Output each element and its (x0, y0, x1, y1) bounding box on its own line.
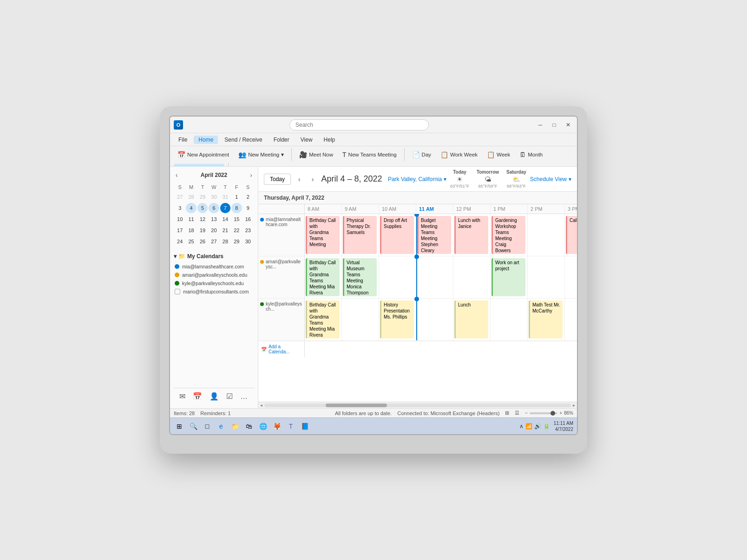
mini-cal-day[interactable]: 12 (197, 214, 208, 224)
view-selector[interactable]: Schedule View ▾ (530, 176, 571, 182)
calendar-checkbox[interactable] (175, 289, 180, 294)
time-cell[interactable] (528, 214, 565, 256)
meet-now-button[interactable]: 🎥 Meet Now (295, 149, 337, 160)
mini-cal-day[interactable]: 17 (175, 225, 185, 235)
edge-icon[interactable]: e (216, 421, 227, 432)
next-period-button[interactable]: › (308, 174, 318, 185)
event-block[interactable]: Lunch (454, 300, 488, 339)
chrome-icon[interactable]: 🌐 (257, 421, 269, 432)
time-cell[interactable] (565, 299, 577, 340)
mail-nav-button[interactable]: ✉ (177, 390, 187, 403)
time-cell[interactable]: Work on art project (491, 256, 528, 298)
mini-cal-day[interactable]: 26 (197, 236, 208, 247)
calendar-item[interactable]: kyle@parkvalleyschools.edu (174, 279, 254, 287)
menu-folder[interactable]: Folder (269, 136, 294, 144)
menu-home[interactable]: Home (194, 136, 218, 144)
mini-cal-day[interactable]: 29 (197, 192, 208, 202)
tasks-nav-button[interactable]: ☑ (224, 390, 235, 403)
prev-period-button[interactable]: ‹ (295, 174, 304, 185)
time-cell[interactable] (528, 256, 565, 298)
explorer-icon[interactable]: 📁 (229, 421, 241, 432)
calendar-item[interactable]: mario@firstupconsultants.com (174, 287, 254, 296)
event-block[interactable]: Gardening Workshop Teams Meeting Craig B… (491, 216, 525, 254)
mini-cal-day[interactable]: 9 (243, 203, 253, 213)
calendars-section-header[interactable]: ▾ 📁 My Calendars (174, 253, 254, 260)
mini-cal-day[interactable]: 23 (243, 225, 253, 235)
outlook-taskbar-icon[interactable]: 📘 (299, 421, 310, 432)
time-cell[interactable] (416, 256, 453, 298)
mini-cal-day[interactable]: 3 (175, 203, 185, 213)
teams-taskbar-icon[interactable]: T (285, 421, 296, 432)
time-cell[interactable]: Birthday Call with Grandma Teams Meeting (305, 214, 342, 256)
event-block[interactable]: Call Ame (566, 216, 577, 254)
time-cell[interactable]: Drop off Art Supplies (379, 214, 416, 256)
mini-cal-day[interactable]: 30 (243, 236, 253, 247)
month-button[interactable]: 🗓 Month (516, 149, 546, 160)
menu-view[interactable]: View (296, 136, 317, 144)
windows-start-button[interactable]: ⊞ (174, 421, 185, 432)
menu-file[interactable]: File (174, 136, 192, 144)
mini-cal-day[interactable]: 6 (209, 203, 219, 213)
time-cell[interactable] (379, 256, 416, 298)
mini-cal-day[interactable]: 30 (209, 192, 219, 202)
calendar-item[interactable]: amari@parkvalleyschools.edu (174, 271, 254, 279)
time-cell[interactable]: Budget Meeting Teams Meeting Stephen Cle… (416, 214, 453, 256)
mini-cal-day[interactable]: 25 (186, 236, 196, 247)
scroll-bar[interactable] (264, 404, 571, 407)
time-cell[interactable] (453, 256, 491, 298)
mini-cal-day[interactable]: 16 (243, 214, 253, 224)
task-view-button[interactable]: □ (202, 421, 213, 432)
mini-cal-next-button[interactable]: › (248, 170, 254, 180)
mini-cal-day[interactable]: 11 (186, 214, 196, 224)
scroll-right-arrow[interactable]: ▸ (573, 403, 575, 408)
time-cell[interactable]: History Presentation Ms. Phillips (379, 299, 416, 340)
more-nav-button[interactable]: … (238, 391, 249, 403)
time-cell[interactable]: Birthday Call with Grandma Teams Meeting… (305, 256, 342, 298)
mini-cal-day[interactable]: 28 (220, 236, 230, 247)
mini-cal-day[interactable]: 31 (220, 192, 230, 202)
time-cell[interactable] (342, 299, 379, 340)
work-week-button[interactable]: 📋 Work Week (437, 149, 481, 160)
mini-cal-day[interactable]: 8 (231, 203, 242, 213)
mini-cal-day[interactable]: 18 (186, 225, 196, 235)
time-cell[interactable]: Lunch with Janice (453, 214, 491, 256)
new-appointment-button[interactable]: 📅 New Appointment (174, 149, 233, 160)
mini-cal-day[interactable]: 2 (243, 192, 253, 202)
menu-help[interactable]: Help (319, 136, 340, 144)
event-block[interactable]: History Presentation Ms. Phillips (380, 300, 414, 339)
time-cell[interactable] (416, 299, 453, 340)
event-block[interactable]: Drop off Art Supplies (380, 216, 414, 254)
event-block[interactable]: Budget Meeting Teams Meeting Stephen Cle… (417, 216, 451, 254)
mini-cal-day[interactable]: 24 (175, 236, 185, 247)
mini-cal-day[interactable]: 27 (209, 236, 219, 247)
time-cell[interactable]: Math Test Mr. McCarthy (528, 299, 565, 340)
grid-icon-1[interactable]: ⊞ (505, 410, 509, 416)
calendar-item[interactable]: mia@lamnashealthcare.com (174, 262, 254, 271)
search-input[interactable] (289, 119, 429, 130)
zoom-plus[interactable]: + (559, 410, 562, 416)
mini-cal-day[interactable]: 22 (231, 225, 242, 235)
mini-cal-prev-button[interactable]: ‹ (174, 170, 180, 180)
scroll-bar-area[interactable]: ◂ ▸ (258, 402, 577, 408)
time-cell[interactable] (565, 256, 577, 298)
time-cell[interactable]: Physical Therapy Dr. Samuels (342, 214, 379, 256)
mini-cal-day[interactable]: 28 (186, 192, 196, 202)
event-block[interactable]: Birthday Call with Grandma Teams Meeting… (306, 300, 340, 339)
day-view-button[interactable]: 📄 Day (408, 149, 435, 160)
mini-cal-day[interactable]: 15 (231, 214, 242, 224)
week-button[interactable]: 📋 Week (483, 149, 514, 160)
mini-cal-day[interactable]: 20 (209, 225, 219, 235)
volume-icon[interactable]: 🔊 (534, 423, 541, 430)
firefox-icon[interactable]: 🦊 (271, 421, 282, 432)
event-block[interactable]: Birthday Call with Grandma Teams Meeting… (306, 258, 340, 296)
time-cell[interactable]: Lunch (453, 299, 491, 340)
maximize-button[interactable]: □ (549, 120, 559, 130)
event-block[interactable]: Math Test Mr. McCarthy (529, 300, 563, 339)
add-calendar-cell[interactable]: 📅 Add a Calenda... (258, 341, 305, 357)
mini-cal-day[interactable]: 5 (197, 203, 208, 213)
close-button[interactable]: ✕ (563, 120, 573, 130)
time-cell[interactable] (491, 299, 528, 340)
schedule-area[interactable]: 8 AM9 AM10 AM11 AM12 PM1 PM2 PM3 PM mia@… (258, 204, 577, 402)
time-cell[interactable]: Gardening Workshop Teams Meeting Craig B… (491, 214, 528, 256)
mini-cal-day[interactable]: 27 (175, 192, 185, 202)
